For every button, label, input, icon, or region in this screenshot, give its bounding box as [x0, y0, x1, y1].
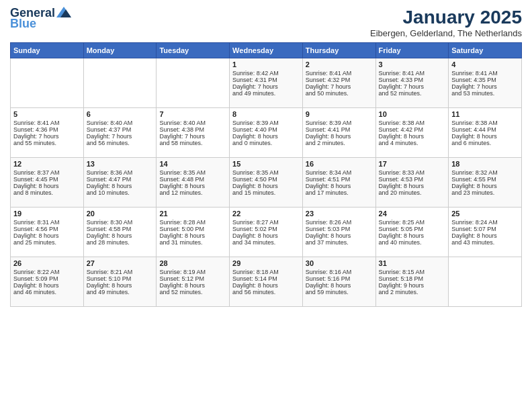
day-info-line: Sunset: 4:50 PM [232, 176, 300, 183]
day-info-line: and 25 minutes. [13, 239, 81, 246]
day-info-line: Sunrise: 8:37 AM [13, 169, 81, 176]
day-info-line: Sunset: 4:47 PM [87, 176, 154, 183]
day-info-line: Daylight: 7 hours [87, 133, 154, 140]
day-info-line: Sunrise: 8:15 AM [379, 269, 446, 275]
calendar-cell [83, 58, 157, 108]
day-info-line: Daylight: 8 hours [13, 282, 81, 289]
calendar-cell: 11Sunrise: 8:38 AMSunset: 4:44 PMDayligh… [449, 108, 522, 158]
day-info-line: Sunrise: 8:24 AM [451, 219, 519, 226]
calendar-cell: 25Sunrise: 8:24 AMSunset: 5:07 PMDayligh… [449, 208, 522, 257]
calendar-cell: 6Sunrise: 8:40 AMSunset: 4:37 PMDaylight… [83, 108, 157, 158]
day-info-line: Sunset: 5:10 PM [87, 275, 154, 282]
day-info-line: Sunset: 4:41 PM [306, 126, 373, 133]
day-info-line: Daylight: 8 hours [306, 282, 373, 289]
day-info-line: Sunset: 5:03 PM [306, 226, 373, 232]
day-info-line: Daylight: 8 hours [232, 183, 300, 189]
day-info-line: and 56 minutes. [87, 140, 154, 146]
day-info-line: Daylight: 8 hours [306, 133, 373, 140]
day-info-line: Sunrise: 8:19 AM [159, 269, 226, 275]
calendar-cell [449, 257, 522, 307]
day-info-line: Sunset: 5:12 PM [159, 275, 226, 282]
day-info-line: Sunset: 4:56 PM [13, 226, 81, 232]
day-info-line: and 53 minutes. [451, 90, 519, 97]
day-info-line: and 52 minutes. [379, 90, 446, 97]
calendar-cell: 27Sunrise: 8:21 AMSunset: 5:10 PMDayligh… [83, 257, 157, 307]
day-info-line: Sunrise: 8:40 AM [87, 120, 154, 126]
title-block: January 2025 Eibergen, Gelderland, The N… [370, 7, 522, 38]
day-info-line: Sunset: 4:33 PM [379, 77, 446, 83]
day-number: 20 [87, 210, 154, 218]
calendar-cell: 4Sunrise: 8:41 AMSunset: 4:35 PMDaylight… [449, 58, 522, 108]
day-info-line: and 31 minutes. [159, 239, 226, 246]
day-number: 25 [451, 210, 519, 218]
day-info-line: Sunset: 4:53 PM [379, 176, 446, 183]
day-info-line: Sunrise: 8:16 AM [306, 269, 373, 275]
calendar-cell: 23Sunrise: 8:26 AMSunset: 5:03 PMDayligh… [302, 208, 375, 257]
day-number: 16 [306, 160, 373, 168]
day-info-line: Daylight: 8 hours [13, 183, 81, 189]
calendar-cell [11, 58, 84, 108]
day-number: 15 [232, 160, 300, 168]
day-info-line: Sunrise: 8:28 AM [159, 219, 226, 226]
day-info-line: and 2 minutes. [306, 140, 373, 146]
day-info-line: Daylight: 8 hours [87, 183, 154, 189]
day-info-line: Sunset: 4:42 PM [379, 126, 446, 133]
day-number: 1 [232, 60, 300, 68]
day-info-line: Sunrise: 8:26 AM [306, 219, 373, 226]
day-number: 3 [379, 60, 446, 68]
calendar-table: Sunday Monday Tuesday Wednesday Thursday… [10, 42, 522, 307]
calendar-cell: 16Sunrise: 8:34 AMSunset: 4:51 PMDayligh… [302, 158, 375, 208]
calendar-cell: 12Sunrise: 8:37 AMSunset: 4:45 PMDayligh… [11, 158, 84, 208]
calendar-cell: 1Sunrise: 8:42 AMSunset: 4:31 PMDaylight… [230, 58, 303, 108]
day-info-line: Sunset: 5:05 PM [379, 226, 446, 232]
calendar-cell: 17Sunrise: 8:33 AMSunset: 4:53 PMDayligh… [375, 158, 449, 208]
day-info-line: Daylight: 7 hours [232, 83, 300, 90]
day-info-line: Sunrise: 8:41 AM [451, 70, 519, 77]
logo-icon [56, 7, 71, 17]
day-info-line: and 59 minutes. [306, 289, 373, 295]
calendar-cell: 30Sunrise: 8:16 AMSunset: 5:16 PMDayligh… [302, 257, 375, 307]
day-info-line: and 0 minutes. [232, 140, 300, 146]
calendar-week-2: 5Sunrise: 8:41 AMSunset: 4:36 PMDaylight… [11, 108, 522, 158]
calendar-cell: 8Sunrise: 8:39 AMSunset: 4:40 PMDaylight… [230, 108, 303, 158]
day-info-line: and 23 minutes. [451, 189, 519, 196]
day-number: 9 [306, 110, 373, 118]
day-number: 12 [13, 160, 81, 168]
day-number: 23 [306, 210, 373, 218]
calendar-cell: 10Sunrise: 8:38 AMSunset: 4:42 PMDayligh… [375, 108, 449, 158]
day-info-line: and 56 minutes. [232, 289, 300, 295]
day-info-line: Sunset: 4:35 PM [451, 77, 519, 83]
day-info-line: Sunrise: 8:38 AM [451, 120, 519, 126]
header-tuesday: Tuesday [157, 43, 230, 58]
day-info-line: Sunset: 4:58 PM [87, 226, 154, 232]
day-info-line: Daylight: 8 hours [379, 133, 446, 140]
calendar-cell: 9Sunrise: 8:39 AMSunset: 4:41 PMDaylight… [302, 108, 375, 158]
calendar-cell: 24Sunrise: 8:25 AMSunset: 5:05 PMDayligh… [375, 208, 449, 257]
calendar-cell: 29Sunrise: 8:18 AMSunset: 5:14 PMDayligh… [230, 257, 303, 307]
day-info-line: Sunrise: 8:38 AM [379, 120, 446, 126]
day-number: 5 [13, 110, 81, 118]
logo-blue: Blue [10, 17, 36, 31]
day-info-line: Sunset: 4:51 PM [306, 176, 373, 183]
day-info-line: and 10 minutes. [87, 189, 154, 196]
day-info-line: Daylight: 7 hours [379, 83, 446, 90]
header-monday: Monday [83, 43, 157, 58]
day-number: 2 [306, 60, 373, 68]
day-info-line: Daylight: 8 hours [451, 183, 519, 189]
day-info-line: Sunset: 4:38 PM [159, 126, 226, 133]
day-info-line: Sunset: 5:18 PM [379, 275, 446, 282]
day-number: 7 [159, 110, 226, 118]
day-info-line: and 43 minutes. [451, 239, 519, 246]
day-info-line: Daylight: 8 hours [87, 282, 154, 289]
day-number: 10 [379, 110, 446, 118]
day-info-line: and 15 minutes. [232, 189, 300, 196]
calendar-cell: 15Sunrise: 8:35 AMSunset: 4:50 PMDayligh… [230, 158, 303, 208]
day-info-line: Sunset: 5:16 PM [306, 275, 373, 282]
day-info-line: and 49 minutes. [87, 289, 154, 295]
day-number: 31 [379, 259, 446, 267]
day-info-line: Sunrise: 8:30 AM [87, 219, 154, 226]
day-info-line: and 6 minutes. [451, 140, 519, 146]
day-info-line: Daylight: 7 hours [13, 133, 81, 140]
day-number: 17 [379, 160, 446, 168]
calendar-week-4: 19Sunrise: 8:31 AMSunset: 4:56 PMDayligh… [11, 208, 522, 257]
